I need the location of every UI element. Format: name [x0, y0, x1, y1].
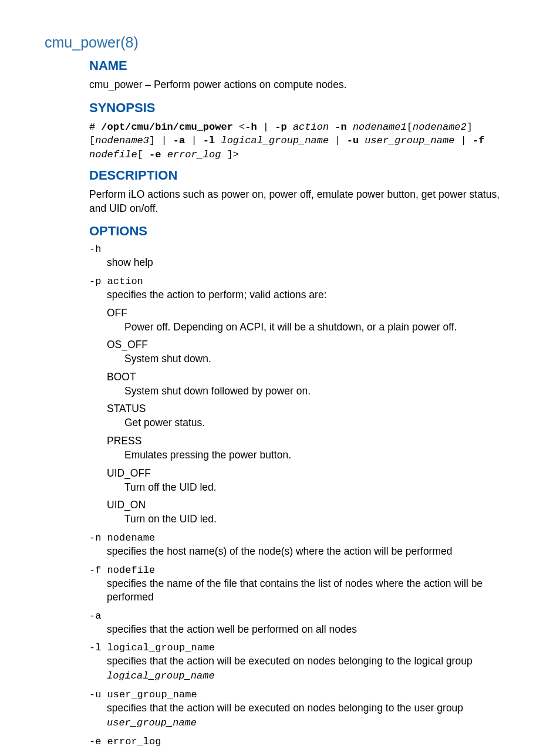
action-osoff-name: OS_OFF	[107, 339, 515, 351]
option-f: -f nodefile specifies the name of the fi…	[89, 565, 515, 605]
action-osoff-desc: System shut down.	[124, 352, 515, 366]
synopsis-rb2: ]	[149, 135, 155, 146]
option-u-desc-text: specifies that the action will be execut…	[107, 702, 463, 714]
synopsis-lbsp: [	[137, 149, 149, 160]
synopsis-e: -e	[149, 149, 161, 160]
synopsis-f: -f	[473, 135, 484, 146]
section-heading-description: DESCRIPTION	[89, 168, 515, 183]
description-text: Perform iLO actions such as power on, po…	[89, 188, 515, 215]
option-l: -l logical_group_name specifies that the…	[89, 642, 515, 683]
option-e: -e error_log specifies the file name of …	[89, 736, 515, 746]
synopsis-cmd: /opt/cmu/bin/cmu_power	[101, 121, 232, 133]
action-off-name: OFF	[107, 307, 515, 319]
option-n: -n nodename specifies the host name(s) o…	[89, 532, 515, 559]
synopsis-pipe4: |	[329, 135, 347, 146]
synopsis-pipe5: |	[454, 135, 473, 146]
synopsis-line: # /opt/cmu/bin/cmu_power <-h | -p action…	[89, 120, 515, 162]
manpage-content: NAME cmu_power – Perform power actions o…	[89, 58, 515, 746]
option-u: -u user_group_name specifies that the ac…	[89, 689, 515, 730]
action-uidoff-name: UID_OFF	[107, 467, 515, 480]
synopsis-lgn: logical_group_name	[221, 135, 329, 146]
action-press-name: PRESS	[107, 435, 515, 447]
synopsis-sp3	[347, 121, 353, 133]
synopsis-lb1: [	[407, 121, 413, 133]
name-text: cmu_power – Perform power actions on com…	[89, 78, 515, 92]
action-status-desc: Get power status.	[124, 416, 515, 430]
action-uidon-desc: Turn on the UID led.	[124, 512, 515, 526]
option-p-desc: specifies the action to perform; valid a…	[107, 288, 515, 302]
option-f-term: -f nodefile	[89, 565, 515, 576]
synopsis-pipe2: |	[155, 135, 173, 146]
synopsis-rb1: ]	[467, 121, 473, 133]
synopsis-node3: nodename3	[95, 135, 149, 146]
option-n-desc: specifies the host name(s) of the node(s…	[107, 545, 515, 559]
synopsis-pipe1: |	[257, 121, 275, 133]
option-p: -p action specifies the action to perfor…	[89, 276, 515, 526]
synopsis-a: -a	[173, 135, 185, 146]
option-h: -h show help	[89, 244, 515, 270]
section-heading-name: NAME	[89, 58, 515, 73]
action-status-name: STATUS	[107, 403, 515, 415]
option-l-term: -l logical_group_name	[89, 642, 515, 653]
section-heading-synopsis: SYNOPSIS	[89, 100, 515, 116]
option-a: -a specifies that the action well be per…	[89, 610, 515, 637]
option-n-term: -n nodename	[89, 532, 515, 544]
synopsis-hash: #	[89, 121, 101, 133]
action-uidon-name: UID_ON	[107, 499, 515, 511]
synopsis-action: action	[293, 121, 329, 133]
option-l-desc-text: specifies that the action will be execut…	[107, 655, 473, 667]
option-h-term: -h	[89, 244, 515, 255]
section-heading-options: OPTIONS	[89, 224, 515, 239]
synopsis-lt: <	[233, 121, 245, 133]
synopsis-errlog: error_log	[167, 149, 221, 160]
option-a-term: -a	[89, 610, 515, 622]
synopsis-n: -n	[335, 121, 346, 133]
option-u-desc: specifies that the action will be execut…	[107, 701, 515, 730]
synopsis-sp5	[359, 135, 365, 146]
page-title: cmu_power(8)	[45, 34, 515, 51]
synopsis-tail: ]>	[221, 149, 239, 160]
action-boot-name: BOOT	[107, 371, 515, 383]
option-e-term: -e error_log	[89, 736, 515, 746]
action-press-desc: Emulates pressing the power button.	[124, 448, 515, 463]
synopsis-sp4	[215, 135, 221, 146]
synopsis-sp2	[329, 121, 335, 133]
action-uidoff-desc: Turn off the UID led.	[124, 481, 515, 495]
synopsis-sp1	[287, 121, 293, 133]
synopsis-p: -p	[275, 121, 286, 133]
option-p-term: -p action	[89, 276, 515, 287]
option-l-arg: logical_group_name	[107, 670, 215, 681]
synopsis-lb2: [	[89, 135, 95, 146]
option-u-arg: user_group_name	[107, 717, 197, 728]
synopsis-h: -h	[245, 121, 257, 133]
synopsis-u: -u	[347, 135, 359, 146]
option-h-desc: show help	[107, 256, 515, 270]
synopsis-pipe3: |	[185, 135, 203, 146]
synopsis-node2: nodename2	[413, 121, 467, 133]
synopsis-node1: nodename1	[353, 121, 407, 133]
action-boot-desc: System shut down followed by power on.	[124, 384, 515, 399]
option-l-desc: specifies that the action will be execut…	[107, 654, 515, 683]
synopsis-nodefile: nodefile	[89, 149, 137, 160]
option-f-desc: specifies the name of the file that cont…	[107, 577, 515, 605]
synopsis-sp7	[161, 149, 167, 160]
option-a-desc: specifies that the action well be perfor…	[107, 623, 515, 637]
option-u-term: -u user_group_name	[89, 689, 515, 700]
action-off-desc: Power off. Depending on ACPI, it will be…	[124, 320, 515, 335]
synopsis-l: -l	[203, 135, 215, 146]
synopsis-ugn: user_group_name	[365, 135, 454, 146]
